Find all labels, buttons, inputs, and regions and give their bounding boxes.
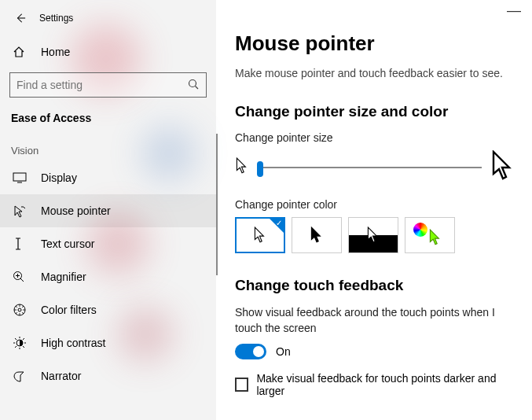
nav-label: High contrast (41, 337, 105, 349)
text-cursor-icon (13, 237, 30, 251)
touch-feedback-description: Show visual feedback around the touch po… (235, 305, 516, 336)
app-title: Settings (39, 13, 73, 24)
search-box[interactable] (9, 72, 207, 98)
nav-color-filters[interactable]: Color filters (0, 293, 216, 326)
nav-label: Color filters (41, 304, 97, 316)
nav-narrator[interactable]: Narrator (0, 359, 216, 392)
nav-text-cursor[interactable]: Text cursor (0, 227, 216, 260)
minimize-button[interactable]: — (507, 6, 521, 14)
high-contrast-icon (13, 336, 30, 350)
scroll-indicator (216, 134, 218, 275)
display-icon (13, 172, 30, 183)
narrator-icon (13, 369, 30, 383)
sidebar: Settings Home Ease of Access Vision Disp… (0, 0, 216, 420)
touch-feedback-toggle[interactable] (235, 344, 266, 359)
page-title: Mouse pointer (235, 31, 516, 56)
color-filters-icon (13, 303, 30, 317)
color-option-custom[interactable] (405, 217, 455, 253)
color-option-inverted[interactable] (348, 217, 398, 253)
section-touch-feedback: Change touch feedback (235, 277, 516, 294)
group-vision: Vision (0, 131, 216, 161)
color-option-black[interactable] (292, 217, 342, 253)
nav-home[interactable]: Home (0, 36, 216, 68)
nav-label: Narrator (41, 370, 81, 382)
cursor-large-icon (490, 150, 516, 184)
section-size-color: Change pointer size and color (235, 103, 516, 120)
label-pointer-size: Change pointer size (235, 131, 516, 144)
search-input[interactable] (17, 79, 187, 91)
nav-high-contrast[interactable]: High contrast (0, 326, 216, 359)
back-button[interactable] (9, 7, 31, 29)
nav-home-label: Home (41, 46, 70, 58)
nav-label: Magnifier (41, 271, 86, 283)
svg-point-4 (18, 308, 21, 311)
nav-label: Display (41, 171, 77, 184)
nav-label: Mouse pointer (41, 204, 111, 217)
darker-larger-checkbox[interactable] (235, 378, 248, 392)
cursor-small-icon (235, 157, 249, 177)
content-pane: — Mouse pointer Make mouse pointer and t… (216, 0, 532, 420)
nav-mouse-pointer[interactable]: Mouse pointer (0, 194, 216, 227)
search-icon (187, 78, 200, 93)
toggle-label: On (276, 345, 291, 358)
nav-magnifier[interactable]: Magnifier (0, 260, 216, 293)
svg-rect-1 (13, 173, 26, 181)
magnifier-icon (13, 271, 30, 283)
section-header: Ease of Access (0, 105, 216, 131)
nav-label: Text cursor (41, 238, 94, 250)
slider-thumb[interactable] (257, 161, 263, 177)
nav-display[interactable]: Display (0, 161, 216, 194)
pointer-size-slider[interactable] (257, 167, 482, 168)
label-pointer-color: Change pointer color (235, 198, 516, 211)
home-icon (13, 46, 30, 58)
mouse-pointer-icon (13, 204, 30, 218)
page-subtitle: Make mouse pointer and touch feedback ea… (235, 67, 516, 79)
svg-point-0 (189, 79, 196, 87)
color-wheel-icon (413, 223, 427, 237)
color-option-white[interactable]: ✓ (235, 217, 285, 253)
checkbox-label: Make visual feedback for touch points da… (256, 372, 516, 397)
